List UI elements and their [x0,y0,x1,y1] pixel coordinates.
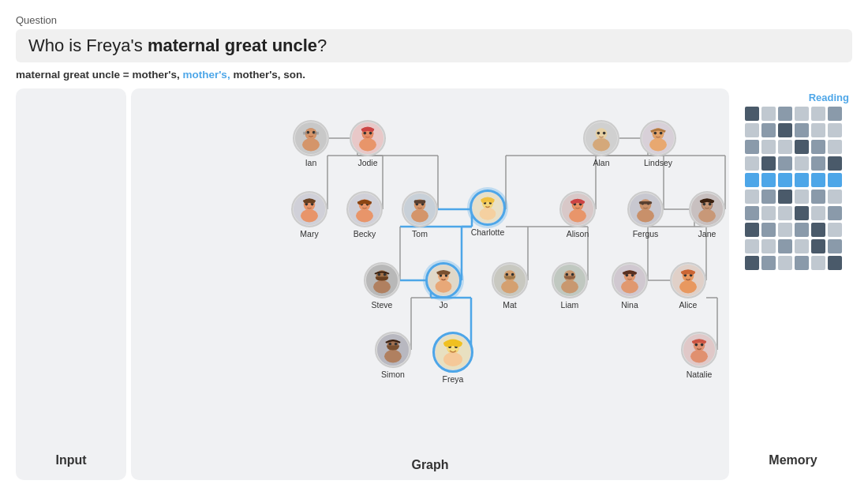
person-node-lindsey: Lindsey [634,120,682,167]
svg-point-147 [395,343,398,346]
memory-cell [828,156,842,171]
person-name-freya: Freya [443,374,464,384]
avatar-fergus [627,191,664,227]
svg-point-60 [597,132,600,135]
person-name-ian: Ian [305,158,317,167]
svg-point-115 [436,280,452,293]
memory-cell [811,256,825,270]
memory-cell [761,190,776,204]
person-name-nina: Nina [621,300,638,310]
avatar-tom [402,191,438,227]
memory-cell [745,206,759,220]
avatar-alison [559,191,596,227]
person-node-steve: Steve [358,262,406,310]
person-node-fergus: Fergus [622,191,669,238]
memory-cell [811,123,825,137]
person-name-alice: Alice [679,300,698,310]
memory-cell [795,173,809,187]
avatar-ian [293,120,329,156]
person-node-alan: Alan [578,120,625,167]
svg-point-121 [506,273,509,276]
avatar-alan [583,120,619,156]
svg-point-145 [384,350,402,362]
svg-point-75 [356,209,373,222]
memory-cell [761,107,776,121]
memory-cell [761,140,776,154]
memory-cell [828,239,842,253]
person-name-tom: Tom [412,229,428,238]
graph-panel: IanJodieAlanLindseyMaryBeckyTomCharlotte… [131,88,729,480]
svg-point-146 [389,343,392,346]
person-name-simon: Simon [381,370,405,379]
person-node-jo: Jo [420,262,467,310]
avatar-steve [364,262,400,298]
memory-cell [778,239,792,253]
svg-point-93 [569,209,586,222]
svg-point-66 [654,132,657,135]
graph-panel-label: Graph [411,458,448,472]
memory-cell [761,206,776,220]
person-node-natalie: Natalie [675,332,723,379]
person-name-fergus: Fergus [633,229,659,238]
memory-grid [745,107,842,270]
question-text-before: Who is Freya's [28,36,148,55]
memory-cell [745,239,759,253]
memory-cell [795,256,809,270]
memory-cell [795,107,809,121]
person-name-charlotte: Charlotte [471,227,505,237]
memory-cell [778,190,792,204]
memory-cell [828,140,842,154]
person-node-becky: Becky [341,191,388,238]
memory-cell [778,256,792,270]
input-panel: Input [16,88,126,480]
memory-cell [795,223,809,237]
svg-point-157 [695,343,698,347]
memory-cell [811,206,825,220]
memory-cell [811,223,825,237]
memory-cell [778,223,792,237]
person-name-steve: Steve [372,300,393,310]
memory-cell [828,107,842,121]
svg-point-126 [566,273,569,276]
person-name-becky: Becky [354,229,376,238]
svg-point-124 [564,270,576,282]
question-text: Who is Freya's maternal great uncle? [28,36,327,55]
svg-point-65 [649,138,667,151]
svg-point-55 [364,132,367,135]
avatar-jo [425,262,462,298]
person-node-simon: Simon [369,332,417,379]
memory-cell [745,256,759,270]
memory-cell [761,223,776,237]
person-node-bob: Bob [724,262,729,310]
avatar-freya [432,332,473,373]
svg-rect-83 [414,200,426,204]
svg-point-67 [660,132,663,135]
memory-panel: Reading Memory [734,88,852,480]
memory-cell [811,140,825,154]
avatar-liam [552,262,588,298]
memory-cell [795,206,809,220]
memory-cell [828,206,842,220]
svg-point-110 [373,280,391,293]
svg-point-105 [698,209,716,222]
memory-cell [828,223,842,237]
memory-cell [745,173,759,187]
person-name-jodie: Jodie [357,158,377,167]
svg-point-130 [621,280,638,293]
avatar-natalie [681,332,717,368]
person-name-mat: Mat [503,300,517,310]
svg-point-59 [593,138,610,151]
avatar-alice [670,262,706,298]
person-name-mary: Mary [300,229,318,238]
person-node-alison: Alison [554,191,601,238]
reading-label: Reading [809,92,852,103]
svg-point-56 [369,132,372,135]
memory-cell [778,173,792,187]
memory-cell [828,123,842,137]
memory-cell [761,173,776,187]
svg-point-156 [690,350,708,362]
svg-point-158 [701,343,704,347]
avatar-simon [375,332,411,368]
memory-cell [778,107,792,121]
person-name-jane: Jane [698,229,716,238]
